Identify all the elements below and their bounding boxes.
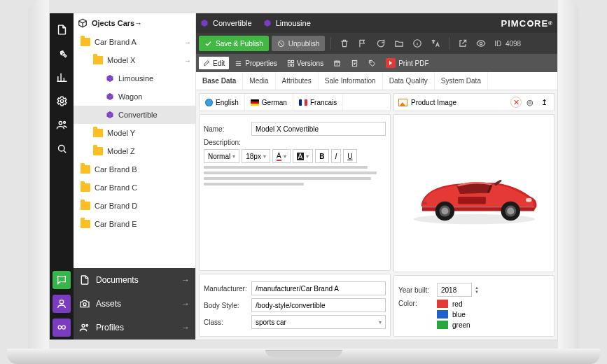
tree-root[interactable]: Ojects Cars → xyxy=(74,13,195,33)
open-external-icon[interactable] xyxy=(455,36,470,51)
versions-button[interactable]: Versions xyxy=(283,59,328,67)
svg-point-26 xyxy=(507,208,514,215)
tree-brand-b[interactable]: Car Brand B xyxy=(74,160,195,178)
reload-icon[interactable] xyxy=(373,36,389,51)
tree-brand-d[interactable]: Car Brand D xyxy=(74,197,195,215)
image-icon xyxy=(398,99,407,106)
flag-de-icon xyxy=(251,99,259,106)
file-icon[interactable] xyxy=(53,21,70,38)
name-input[interactable] xyxy=(251,122,386,136)
svg-point-3 xyxy=(58,145,64,151)
product-image xyxy=(393,114,554,272)
rte-underline[interactable]: U xyxy=(343,149,356,163)
wrench-icon[interactable] xyxy=(53,45,70,62)
tree-model-z[interactable]: Model Z xyxy=(74,142,195,160)
svg-rect-15 xyxy=(335,61,340,66)
nav-assets[interactable]: Assets→ xyxy=(74,292,195,316)
print-pdf-button[interactable]: Print PDF xyxy=(382,58,433,68)
subtab-system-data[interactable]: System Data xyxy=(435,72,488,90)
object-id: ID 4098 xyxy=(494,40,521,48)
upload-image-button[interactable]: ↥ xyxy=(538,97,550,108)
year-down[interactable]: ▼ xyxy=(475,290,479,294)
preview-icon[interactable] xyxy=(473,36,489,51)
translate-icon[interactable] xyxy=(428,36,443,51)
properties-button[interactable]: Properties xyxy=(230,59,281,67)
rte-bold[interactable]: B xyxy=(315,149,328,163)
lang-german[interactable]: German xyxy=(245,94,293,111)
svg-point-23 xyxy=(441,208,448,215)
schedule-icon[interactable] xyxy=(329,59,345,67)
svg-point-10 xyxy=(480,42,483,45)
settings-icon[interactable] xyxy=(53,92,70,109)
info-icon[interactable] xyxy=(410,36,425,51)
lang-english[interactable]: English xyxy=(200,94,245,111)
flag-icon[interactable] xyxy=(355,36,370,51)
chart-icon[interactable] xyxy=(53,69,70,85)
tree-model-x[interactable]: Model X→ xyxy=(74,51,195,69)
class-label: Class: xyxy=(204,318,251,326)
rte-size-select[interactable]: 18px▾ xyxy=(242,149,270,163)
delete-icon[interactable] xyxy=(337,36,352,51)
svg-point-27 xyxy=(526,198,532,202)
color-swatch-blue xyxy=(437,310,448,318)
tree-brand-a[interactable]: Car Brand A→ xyxy=(74,33,195,51)
infinity-tab[interactable] xyxy=(53,318,71,337)
lang-french[interactable]: Francais xyxy=(293,94,343,111)
body-style-input[interactable] xyxy=(251,298,386,312)
rte-style-select[interactable]: Normal▾ xyxy=(204,149,239,163)
manufacturer-input[interactable] xyxy=(251,281,386,295)
brand-logo: PIMCRE® xyxy=(501,18,553,29)
subtab-base-data[interactable]: Base Data xyxy=(196,72,243,90)
description-label: Description: xyxy=(204,139,251,146)
save-publish-button[interactable]: Save & Publish xyxy=(199,36,269,51)
svg-point-17 xyxy=(370,61,371,62)
tag-icon[interactable] xyxy=(364,59,380,67)
color-label: Color: xyxy=(398,300,437,307)
description-editor[interactable] xyxy=(204,166,386,186)
color-swatch-red xyxy=(437,300,448,308)
year-label: Year built: xyxy=(398,286,437,294)
tree-root-label: Ojects Cars xyxy=(92,19,134,27)
svg-point-5 xyxy=(83,303,86,306)
notes-icon[interactable] xyxy=(347,59,363,67)
svg-rect-20 xyxy=(458,197,486,204)
svg-point-6 xyxy=(82,324,85,327)
manufacturer-label: Manufacturer: xyxy=(204,285,251,293)
subtab-attributes[interactable]: Attributes xyxy=(276,72,319,90)
folder-icon[interactable] xyxy=(391,36,407,51)
rte-bg-color[interactable]: A▾ xyxy=(293,149,314,163)
subtab-data-quality[interactable]: Data Quality xyxy=(383,72,435,90)
tree-brand-c[interactable]: Car Brand C xyxy=(74,178,195,197)
subtab-media[interactable]: Media xyxy=(243,72,275,90)
tab-limousine[interactable]: Limousine xyxy=(263,19,311,27)
remove-image-button[interactable]: ✕ xyxy=(510,97,522,108)
globe-icon xyxy=(205,99,213,106)
user-tab[interactable] xyxy=(53,295,71,313)
edit-button[interactable]: Edit xyxy=(199,57,229,69)
svg-point-7 xyxy=(86,324,88,326)
svg-point-0 xyxy=(60,99,63,102)
svg-rect-28 xyxy=(423,202,426,205)
svg-point-4 xyxy=(60,300,63,304)
year-input[interactable] xyxy=(437,283,472,297)
tree-variant-convertible[interactable]: Convertible xyxy=(74,106,195,124)
svg-point-2 xyxy=(63,121,65,123)
class-select[interactable]: sports car▾ xyxy=(251,315,386,329)
unpublish-button[interactable]: Unpublish xyxy=(272,36,325,51)
tree-variant-limousine[interactable]: Limousine xyxy=(74,69,195,88)
target-image-button[interactable]: ◎ xyxy=(524,97,536,108)
nav-profiles[interactable]: Profiles→ xyxy=(74,316,195,340)
tree-model-y[interactable]: Model Y xyxy=(74,124,195,142)
rte-italic[interactable]: I xyxy=(331,149,342,163)
tree-brand-e[interactable]: Car Brand E xyxy=(74,215,195,233)
tab-convertible[interactable]: Convertible xyxy=(200,19,252,27)
search-icon[interactable] xyxy=(53,140,70,157)
nav-documents[interactable]: Documents→ xyxy=(74,268,195,292)
subtab-sale-info[interactable]: Sale Information xyxy=(319,72,383,90)
rte-text-color[interactable]: A▾ xyxy=(272,149,291,163)
svg-rect-12 xyxy=(291,60,293,62)
users-icon[interactable] xyxy=(53,116,70,133)
tree-variant-wagon[interactable]: Wagon xyxy=(74,88,195,106)
messages-tab[interactable] xyxy=(53,271,71,289)
color-list[interactable]: red blue green xyxy=(437,300,470,329)
